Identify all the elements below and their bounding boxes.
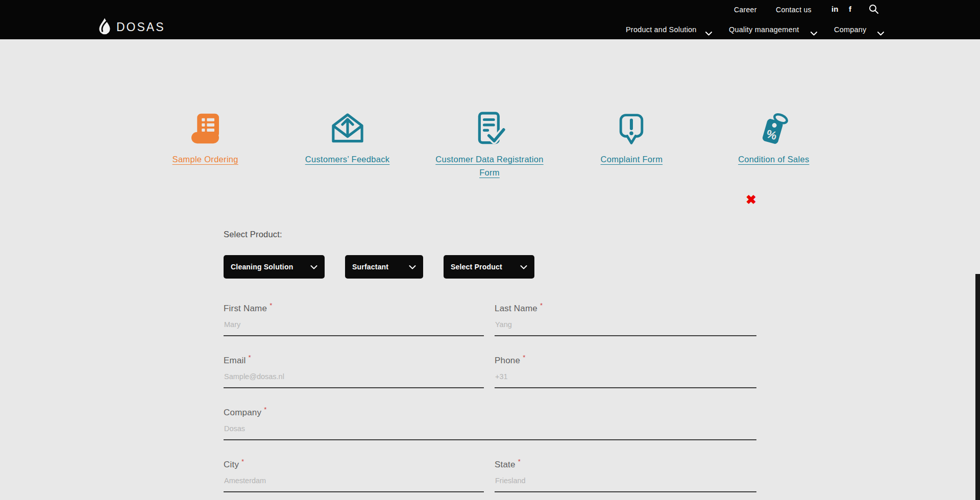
- field-phone: Phone*: [495, 356, 756, 388]
- form-row: Email* Phone*: [224, 356, 756, 388]
- chevron-down-icon: [520, 263, 527, 271]
- dropdown-value: Cleaning Solution: [231, 263, 293, 271]
- dropdown-product-type[interactable]: Surfactant: [345, 255, 423, 279]
- field-first-name: First Name*: [224, 304, 484, 336]
- field-label: City: [224, 460, 239, 469]
- required-asterisk: *: [241, 458, 244, 465]
- chevron-down-icon: [310, 263, 317, 271]
- nav-link-contact-us[interactable]: Contact us: [776, 6, 812, 14]
- field-label: First Name: [224, 304, 267, 313]
- quick-link-label: Customer Data Registration Form: [428, 153, 551, 179]
- product-dropdowns: Cleaning Solution Surfactant Select Prod…: [224, 255, 534, 279]
- linkedin-icon[interactable]: in: [831, 5, 838, 13]
- top-navbar: DOSAS Career Contact us in f Product and…: [0, 0, 980, 39]
- field-label: State: [495, 460, 516, 469]
- form-row: City* State*: [224, 460, 756, 492]
- nav-link-career[interactable]: Career: [734, 6, 757, 14]
- chevron-down-icon: [409, 263, 416, 271]
- facebook-icon[interactable]: f: [849, 5, 851, 13]
- complaint-bubble-icon: [614, 105, 649, 153]
- quick-links-row: Sample Ordering Customers’ Feedback Cust…: [134, 105, 845, 179]
- required-asterisk: *: [523, 354, 525, 361]
- logo-droplet-icon: [98, 17, 111, 37]
- state-input[interactable]: [495, 477, 756, 492]
- search-icon[interactable]: [869, 4, 879, 16]
- quick-link-label: Customers’ Feedback: [305, 153, 390, 166]
- field-label: Last Name: [495, 304, 537, 313]
- logo[interactable]: DOSAS: [98, 17, 165, 37]
- field-label: Company: [224, 408, 261, 417]
- required-asterisk: *: [249, 354, 251, 361]
- chevron-down-icon[interactable]: [705, 29, 712, 38]
- registration-check-icon: [471, 105, 508, 153]
- required-asterisk: *: [264, 406, 266, 413]
- field-label: Email: [224, 356, 246, 365]
- field-city: City*: [224, 460, 484, 492]
- logo-text: DOSAS: [116, 20, 165, 34]
- form-row: Company*: [224, 408, 756, 440]
- phone-input[interactable]: [495, 372, 756, 388]
- sample-order-form: First Name* Last Name* Email* Phone* Com…: [224, 304, 756, 500]
- quick-link-condition-of-sales[interactable]: % Condition of Sales: [703, 105, 845, 179]
- dropdown-product-category[interactable]: Cleaning Solution: [224, 255, 325, 279]
- chevron-down-icon[interactable]: [877, 29, 884, 38]
- email-input[interactable]: [224, 372, 484, 388]
- quick-link-label: Complaint Form: [601, 153, 663, 166]
- select-product-label: Select Product:: [224, 230, 282, 239]
- last-name-input[interactable]: [495, 320, 756, 336]
- quick-link-label: Condition of Sales: [738, 153, 809, 166]
- city-input[interactable]: [224, 477, 484, 492]
- required-asterisk: *: [540, 302, 543, 309]
- required-asterisk: *: [518, 458, 521, 465]
- quick-link-customers-feedback[interactable]: Customers’ Feedback: [276, 105, 418, 179]
- dropdown-select-product[interactable]: Select Product: [444, 255, 534, 279]
- first-name-input[interactable]: [224, 320, 484, 336]
- feedback-envelope-icon: [329, 105, 366, 153]
- company-input[interactable]: [224, 424, 756, 440]
- dropdown-value: Surfactant: [352, 263, 388, 271]
- quick-link-customer-data-registration[interactable]: Customer Data Registration Form: [419, 105, 560, 179]
- nav-menu-quality-management[interactable]: Quality management: [729, 26, 799, 34]
- nav-menu-company[interactable]: Company: [834, 26, 866, 34]
- quick-link-label: Sample Ordering: [173, 153, 238, 166]
- vertical-scrollbar-thumb[interactable]: [975, 274, 980, 500]
- field-company: Company*: [224, 408, 756, 440]
- dropdown-value: Select Product: [451, 263, 502, 271]
- form-row: First Name* Last Name*: [224, 304, 756, 336]
- quick-link-complaint-form[interactable]: Complaint Form: [560, 105, 702, 179]
- field-label: Phone: [495, 356, 520, 365]
- nav-menu-product-and-solution[interactable]: Product and Solution: [626, 26, 697, 34]
- field-last-name: Last Name*: [495, 304, 756, 336]
- sales-tag-icon: %: [755, 105, 792, 153]
- field-state: State*: [495, 460, 756, 492]
- field-email: Email*: [224, 356, 484, 388]
- quick-link-sample-ordering[interactable]: Sample Ordering: [134, 105, 276, 179]
- required-asterisk: *: [270, 302, 272, 309]
- order-list-icon: [187, 105, 224, 153]
- close-icon[interactable]: ✖: [746, 193, 756, 206]
- chevron-down-icon[interactable]: [811, 29, 817, 38]
